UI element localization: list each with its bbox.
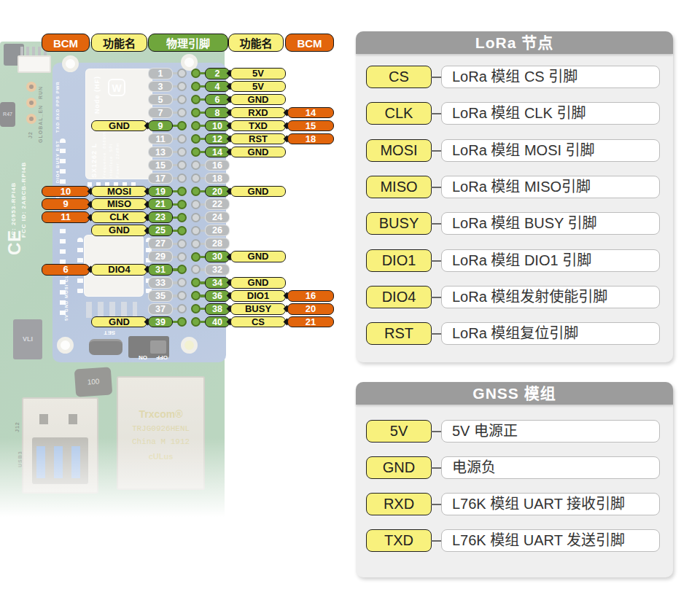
physical-pin-badge: 5 <box>148 94 173 106</box>
pin-name-chip: MOSI <box>366 139 432 162</box>
bcm-badge-right: 18 <box>287 133 334 145</box>
function-badge-right: BUSY <box>230 303 286 315</box>
chip-connector-line <box>431 540 441 542</box>
pin-hole <box>191 147 201 157</box>
pin-name-chip: DIO1 <box>366 249 432 272</box>
panel-row-GND: GND电源负 <box>356 456 673 479</box>
pin-hole <box>191 160 201 170</box>
pin-hole <box>191 226 201 235</box>
panel-row-MISO: MISOLoRa 模组 MISO引脚 <box>356 176 673 198</box>
function-badge-right: RXD <box>230 107 286 119</box>
physical-pin-badge: 9 <box>148 120 173 132</box>
physical-pin-badge: 35 <box>148 290 173 302</box>
pin-hole <box>191 108 201 117</box>
pin-description: LoRa 模组发射使能引脚 <box>441 286 660 308</box>
function-badge-right: 5V <box>230 81 286 93</box>
pin-name-chip: GND <box>366 456 432 479</box>
function-badge-right: DIO1 <box>230 290 286 302</box>
pin-hole <box>177 278 187 287</box>
pin-name-chip: BUSY <box>366 212 432 235</box>
pin-hole <box>177 82 187 91</box>
column-header-func: 功能名 <box>91 34 147 52</box>
pin-hole <box>177 174 187 183</box>
pin-hole <box>177 265 187 274</box>
physical-pin-badge: 1 <box>148 68 173 79</box>
physical-pin-badge: 22 <box>205 198 230 210</box>
pin-hole <box>191 187 201 196</box>
panel-row-5V: 5V5V 电源正 <box>356 420 673 443</box>
pin-name-chip: MISO <box>366 176 432 198</box>
pin-hole <box>177 291 187 300</box>
bcm-badge-left: 11 <box>42 211 90 223</box>
function-badge-right: GND <box>230 277 286 289</box>
function-badge-right: 5V <box>230 68 286 79</box>
function-badge-right: RST <box>230 133 286 145</box>
bcm-badge-left: 6 <box>42 264 90 276</box>
chip-connector-line <box>431 297 441 298</box>
pin-name-chip: TXD <box>366 529 432 552</box>
pin-description: L76K 模组 UART 发送引脚 <box>441 529 660 552</box>
panel-title: LoRa 节点 <box>356 31 673 54</box>
physical-pin-badge: 15 <box>148 160 173 171</box>
pin-name-chip: RST <box>366 322 432 345</box>
pin-hole <box>177 252 187 262</box>
chip-connector-line <box>431 187 441 188</box>
physical-pin-badge: 24 <box>205 211 230 223</box>
bcm-badge-right: 21 <box>287 316 334 328</box>
physical-pin-badge: 26 <box>205 225 230 236</box>
function-badge-right: TXD <box>230 120 286 132</box>
pin-description: LoRa 模组 CS 引脚 <box>441 66 660 88</box>
pin-hole <box>191 239 201 249</box>
physical-pin-badge: 37 <box>148 303 173 315</box>
physical-pin-badge: 23 <box>148 211 173 223</box>
pin-description: LoRa 模组 MOSI 引脚 <box>441 139 660 162</box>
pin-name-chip: DIO4 <box>366 286 432 308</box>
pin-hole <box>191 95 201 104</box>
pin-hole <box>191 174 201 183</box>
pin-description: 电源负 <box>441 456 660 479</box>
pin-name-chip: CS <box>366 66 432 88</box>
pin-hole <box>191 252 201 262</box>
function-badge-right: GND <box>230 251 286 262</box>
pin-name-chip: 5V <box>366 420 432 443</box>
bcm-badge-right: 15 <box>287 120 334 132</box>
pin-description: LoRa 模组复位引脚 <box>441 322 660 345</box>
panel-row-TXD: TXDL76K 模组 UART 发送引脚 <box>356 529 673 552</box>
pin-hole <box>177 213 187 222</box>
physical-pin-badge: 7 <box>148 107 173 119</box>
pin-hole <box>191 82 201 91</box>
chip-connector-line <box>431 431 441 432</box>
pin-description: L76K 模组 UART 接收引脚 <box>441 493 660 515</box>
physical-pin-badge: 39 <box>148 316 173 328</box>
pin-description: LoRa 模组 CLK 引脚 <box>441 102 660 125</box>
physical-pin-badge: 29 <box>148 251 173 262</box>
panel-row-BUSY: BUSYLoRa 模组 BUSY 引脚 <box>356 212 673 235</box>
pin-description: 5V 电源正 <box>441 420 660 443</box>
pin-hole <box>191 278 201 287</box>
pin-hole <box>177 200 187 209</box>
function-badge-left: GND <box>91 225 147 236</box>
function-badge-left: MOSI <box>91 186 147 198</box>
pinout-infographic: R47 RUN GLOBAL_EN J2 FCC ID: 2ABCB-RPI4B… <box>0 0 700 608</box>
bcm-badge-right: 14 <box>287 107 334 119</box>
pin-hole <box>177 160 187 170</box>
panel-gnss: GNSS 模组5V5V 电源正GND电源负RXDL76K 模组 UART 接收引… <box>356 382 673 577</box>
physical-pin-badge: 16 <box>205 160 230 171</box>
function-badge-right: GND <box>230 186 286 198</box>
function-badge-left: GND <box>91 120 147 132</box>
chip-connector-line <box>431 113 441 114</box>
pin-hole <box>191 134 201 144</box>
chip-connector-line <box>431 77 441 78</box>
pin-hole <box>191 265 201 274</box>
pin-hole <box>191 200 201 209</box>
physical-pin-badge: 13 <box>148 147 173 158</box>
pin-hole <box>177 69 187 78</box>
pin-name-chip: CLK <box>366 102 432 125</box>
bcm-badge-left: 9 <box>42 198 90 210</box>
panel-lora: LoRa 节点CSLoRa 模组 CS 引脚CLKLoRa 模组 CLK 引脚M… <box>356 31 673 362</box>
pin-description: LoRa 模组 DIO1 引脚 <box>441 249 660 272</box>
function-badge-left: CLK <box>91 211 147 223</box>
bcm-badge-right: 20 <box>287 303 334 315</box>
pin-hole <box>177 121 187 130</box>
physical-pin-badge: 33 <box>148 277 173 289</box>
